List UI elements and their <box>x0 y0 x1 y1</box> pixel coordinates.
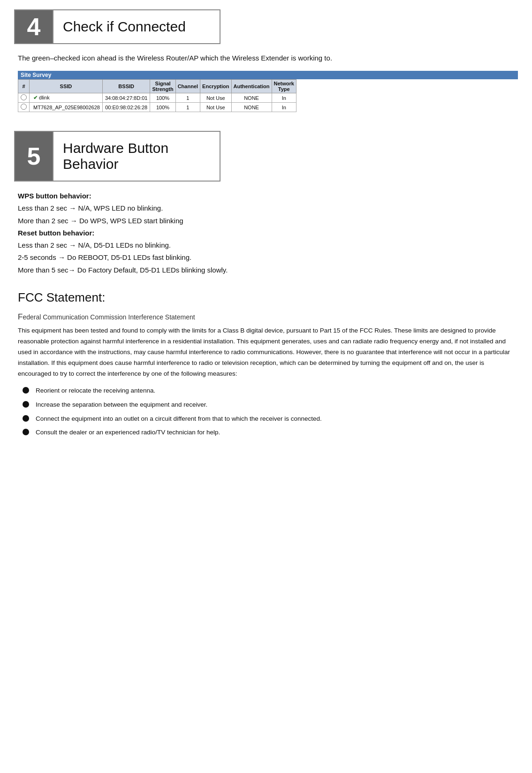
site-survey-table: # SSID BSSID SignalStrength Channel Encr… <box>18 79 296 112</box>
row-network-type: In <box>272 103 296 112</box>
row-select <box>18 103 30 112</box>
row-signal: 100% <box>150 93 175 103</box>
wps-line: Less than 2 sec → N/A, WPS LED no blinki… <box>18 202 518 214</box>
fcc-subtitle: Federal Communication Commission Interfe… <box>18 312 518 322</box>
row-signal: 100% <box>150 103 175 112</box>
bullet-icon <box>23 387 29 394</box>
col-signal: SignalStrength <box>150 80 175 93</box>
reset-label: Reset button behavior: <box>18 229 94 237</box>
reset-line: Less than 2 sec → N/A, D5-D1 LEDs no bli… <box>18 239 518 251</box>
col-ssid: SSID <box>30 80 103 93</box>
fcc-title: FCC Statement: <box>18 290 518 305</box>
list-item: Reorient or relocate the receiving anten… <box>23 386 518 396</box>
reset-lines-container: Less than 2 sec → N/A, D5-D1 LEDs no bli… <box>18 239 518 276</box>
fcc-list: Reorient or relocate the receiving anten… <box>18 386 518 437</box>
bullet-icon <box>23 401 29 408</box>
reset-line: More than 5 sec→ Do Factory Default, D5-… <box>18 264 518 276</box>
row-channel: 1 <box>175 103 200 112</box>
wps-lines-container: Less than 2 sec → N/A, WPS LED no blinki… <box>18 202 518 227</box>
bullet-icon <box>23 415 29 422</box>
section5-number: 5 <box>15 132 53 181</box>
fcc-section: FCC Statement: Federal Communication Com… <box>18 290 518 438</box>
list-item-text: Consult the dealer or an experienced rad… <box>36 427 220 438</box>
row-authentication: NONE <box>231 103 272 112</box>
row-encryption: Not Use <box>200 103 231 112</box>
list-item: Increase the separation between the equi… <box>23 400 518 410</box>
row-authentication: NONE <box>231 93 272 103</box>
reset-line: 2-5 seconds → Do REBOOT, D5-D1 LEDs fast… <box>18 251 518 264</box>
section4-intro: The green–checked icon ahead is the Wire… <box>18 53 518 64</box>
row-select <box>18 93 30 103</box>
section5: 5 Hardware Button Behavior WPS button be… <box>14 131 518 276</box>
col-auth: Authentication <box>231 80 272 93</box>
wps-label: WPS button behavior: <box>18 192 91 200</box>
list-item: Connect the equipment into an outlet on … <box>23 414 518 424</box>
row-channel: 1 <box>175 93 200 103</box>
wps-line: More than 2 sec → Do WPS, WPS LED start … <box>18 215 518 227</box>
list-item-text: Connect the equipment into an outlet on … <box>36 414 322 424</box>
list-item-text: Reorient or relocate the receiving anten… <box>36 386 155 396</box>
row-bssid: 34:08:04:27:8D:01 <box>102 93 150 103</box>
section4: 4 Check if Connected The green–checked i… <box>14 9 518 112</box>
col-encryption: Encryption <box>200 80 231 93</box>
list-item-text: Increase the separation between the equi… <box>36 400 207 410</box>
row-network-type: In <box>272 93 296 103</box>
row-ssid: MT7628_AP_025E98002628 <box>30 103 103 112</box>
fcc-body: This equipment has been tested and found… <box>18 326 518 379</box>
list-item: Consult the dealer or an experienced rad… <box>23 427 518 438</box>
check-icon: ✔ <box>33 95 39 100</box>
fcc-subtitle-bigF: F <box>18 312 23 321</box>
row-ssid: ✔ dlink <box>30 93 103 103</box>
table-row: MT7628_AP_025E9800262800:E0:98:02:26:281… <box>18 103 296 112</box>
row-bssid: 00:E0:98:02:26:28 <box>102 103 150 112</box>
site-survey-title: Site Survey <box>18 71 518 79</box>
section4-number: 4 <box>15 10 53 43</box>
col-channel: Channel <box>175 80 200 93</box>
section5-header: 5 Hardware Button Behavior <box>14 131 220 182</box>
col-hash: # <box>18 80 30 93</box>
section5-title: Hardware Button Behavior <box>53 132 220 181</box>
section4-title: Check if Connected <box>53 10 195 43</box>
col-network: NetworkType <box>272 80 296 93</box>
fcc-subtitle-rest: ederal Communication Commission Interfer… <box>23 313 195 321</box>
section4-header: 4 Check if Connected <box>14 9 220 44</box>
wps-behavior: WPS button behavior: Less than 2 sec → N… <box>18 190 518 276</box>
bullet-icon <box>23 429 29 435</box>
row-encryption: Not Use <box>200 93 231 103</box>
site-survey-wrapper: Site Survey # SSID BSSID SignalStrength … <box>18 70 518 112</box>
col-bssid: BSSID <box>102 80 150 93</box>
table-row: ✔ dlink34:08:04:27:8D:01100%1Not UseNONE… <box>18 93 296 103</box>
